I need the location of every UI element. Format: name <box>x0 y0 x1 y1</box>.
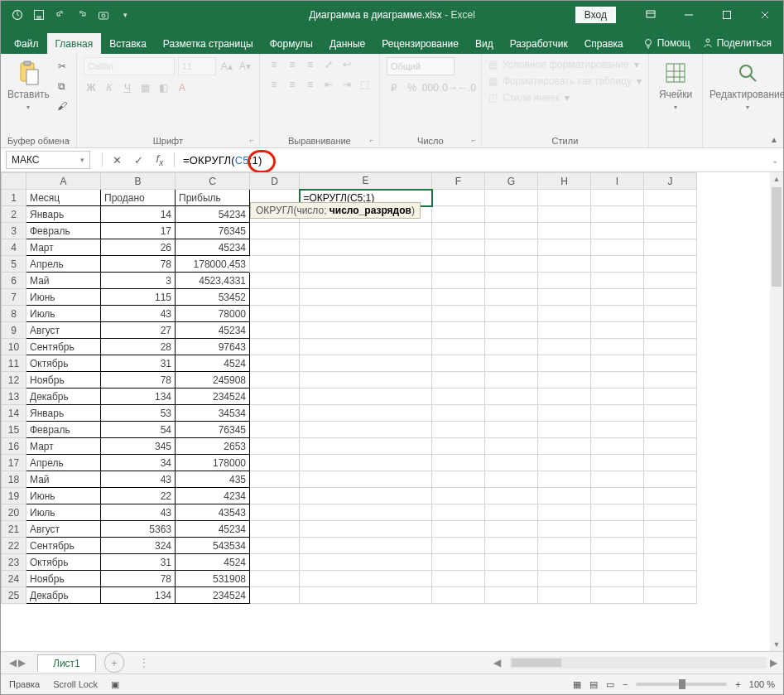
cell-E23[interactable] <box>300 554 432 571</box>
cell-J11[interactable] <box>644 355 697 372</box>
cell-C12[interactable]: 245908 <box>176 372 250 389</box>
cell-A20[interactable]: Июль <box>26 504 101 521</box>
cell-H3[interactable] <box>538 223 591 239</box>
cell-C15[interactable]: 76345 <box>176 422 250 438</box>
tab-help[interactable]: Справка <box>576 33 632 54</box>
cell-C23[interactable]: 4524 <box>176 554 250 571</box>
cell-A8[interactable]: Июль <box>26 306 101 322</box>
cell-J22[interactable] <box>644 538 697 554</box>
cell-G18[interactable] <box>485 471 538 488</box>
tab-developer[interactable]: Разработчик <box>502 33 576 54</box>
view-pagelayout-icon[interactable]: ▤ <box>589 679 598 690</box>
cell-J16[interactable] <box>644 438 697 455</box>
cell-B15[interactable]: 54 <box>101 422 176 438</box>
merge-icon[interactable]: ⬚ <box>358 77 373 92</box>
align-center-icon[interactable]: ≡ <box>285 77 300 92</box>
cell-H23[interactable] <box>538 554 591 571</box>
cell-H4[interactable] <box>538 239 591 256</box>
cell-F13[interactable] <box>432 389 485 405</box>
cell-B1[interactable]: Продано <box>101 190 176 206</box>
cell-I22[interactable] <box>591 538 644 554</box>
tab-home[interactable]: Главная <box>47 33 102 54</box>
row-header-13[interactable]: 13 <box>2 389 26 405</box>
number-format[interactable]: Общий <box>387 57 455 75</box>
cell-B14[interactable]: 53 <box>101 405 176 422</box>
cell-J9[interactable] <box>644 322 697 339</box>
col-header-B[interactable]: B <box>101 173 176 190</box>
zoom-in-icon[interactable]: + <box>735 679 740 689</box>
cell-A1[interactable]: Месяц <box>26 190 101 206</box>
cell-D22[interactable] <box>250 538 300 554</box>
row-header-23[interactable]: 23 <box>2 554 26 571</box>
tab-data[interactable]: Данные <box>321 33 373 54</box>
cell-D15[interactable] <box>250 422 300 438</box>
cell-D18[interactable] <box>250 471 300 488</box>
cell-I13[interactable] <box>591 389 644 405</box>
cell-I11[interactable] <box>591 355 644 372</box>
cell-C3[interactable]: 76345 <box>176 223 250 239</box>
cell-F17[interactable] <box>432 455 485 471</box>
cell-J17[interactable] <box>644 455 697 471</box>
cell-G22[interactable] <box>485 538 538 554</box>
cell-D11[interactable] <box>250 355 300 372</box>
cell-B11[interactable]: 31 <box>101 355 176 372</box>
fill-color-icon[interactable]: ◧ <box>156 80 171 95</box>
col-header-G[interactable]: G <box>485 173 538 190</box>
cell-A7[interactable]: Июнь <box>26 289 101 306</box>
row-header-20[interactable]: 20 <box>2 504 26 521</box>
cell-H6[interactable] <box>538 273 591 289</box>
cell-G10[interactable] <box>485 339 538 355</box>
undo-icon[interactable] <box>52 7 69 23</box>
cell-J5[interactable] <box>644 256 697 273</box>
cell-G17[interactable] <box>485 455 538 471</box>
cell-G9[interactable] <box>485 322 538 339</box>
cut-icon[interactable]: ✂ <box>55 59 70 74</box>
cell-F22[interactable] <box>432 538 485 554</box>
dec-decimal-icon[interactable]: ←.0 <box>459 80 474 95</box>
cell-C22[interactable]: 543534 <box>176 538 250 554</box>
cell-C11[interactable]: 4524 <box>176 355 250 372</box>
cell-A2[interactable]: Январь <box>26 206 101 223</box>
cell-J13[interactable] <box>644 389 697 405</box>
comma-icon[interactable]: 000 <box>423 80 438 95</box>
cell-H25[interactable] <box>538 587 591 604</box>
row-header-18[interactable]: 18 <box>2 471 26 488</box>
cell-G14[interactable] <box>485 405 538 422</box>
copy-icon[interactable]: ⧉ <box>55 79 70 94</box>
bold-icon[interactable]: Ж <box>84 80 99 95</box>
cell-C9[interactable]: 45234 <box>176 322 250 339</box>
cell-F25[interactable] <box>432 587 485 604</box>
row-header-21[interactable]: 21 <box>2 521 26 538</box>
cell-G16[interactable] <box>485 438 538 455</box>
cell-C16[interactable]: 2653 <box>176 438 250 455</box>
cell-D16[interactable] <box>250 438 300 455</box>
cell-H14[interactable] <box>538 405 591 422</box>
cell-E12[interactable] <box>300 372 432 389</box>
cell-A25[interactable]: Декабрь <box>26 587 101 604</box>
cell-C10[interactable]: 97643 <box>176 339 250 355</box>
cell-J6[interactable] <box>644 273 697 289</box>
cell-B13[interactable]: 134 <box>101 389 176 405</box>
cell-D14[interactable] <box>250 405 300 422</box>
cell-E11[interactable] <box>300 355 432 372</box>
cell-G12[interactable] <box>485 372 538 389</box>
cell-C14[interactable]: 34534 <box>176 405 250 422</box>
col-header-J[interactable]: J <box>644 173 697 190</box>
cell-F7[interactable] <box>432 289 485 306</box>
underline-icon[interactable]: Ч <box>120 80 135 95</box>
cell-J4[interactable] <box>644 239 697 256</box>
cell-J24[interactable] <box>644 571 697 587</box>
row-header-8[interactable]: 8 <box>2 306 26 322</box>
cell-H1[interactable] <box>538 190 591 206</box>
row-header-12[interactable]: 12 <box>2 372 26 389</box>
cell-C8[interactable]: 78000 <box>176 306 250 322</box>
cell-G2[interactable] <box>485 206 538 223</box>
cell-J12[interactable] <box>644 372 697 389</box>
cell-styles[interactable]: ◫Стили ячеек ▾ <box>488 92 642 104</box>
cell-J1[interactable] <box>644 190 697 206</box>
cell-F23[interactable] <box>432 554 485 571</box>
tab-file[interactable]: Файл <box>6 33 47 54</box>
cell-D9[interactable] <box>250 322 300 339</box>
cell-B25[interactable]: 134 <box>101 587 176 604</box>
cell-A13[interactable]: Декабрь <box>26 389 101 405</box>
